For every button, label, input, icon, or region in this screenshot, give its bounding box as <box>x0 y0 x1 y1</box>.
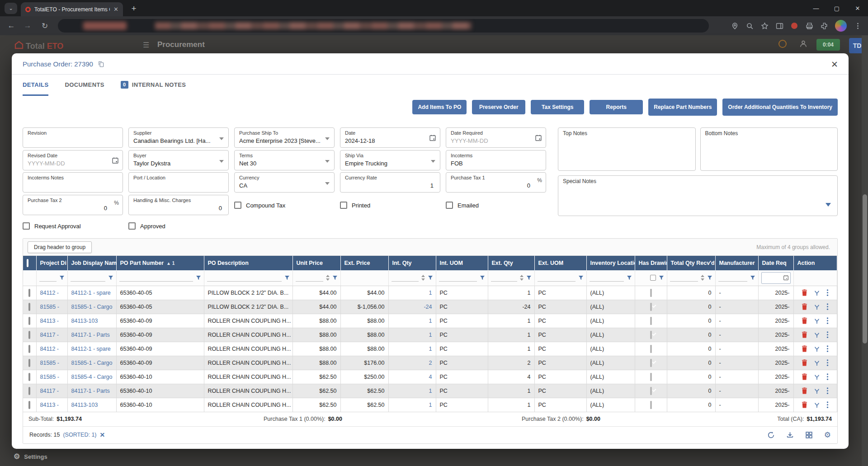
window-maximize-button[interactable]: ▢ <box>826 0 847 16</box>
project-link[interactable]: 84117 - <box>36 384 67 398</box>
job-link[interactable]: 84117-1 - Parts <box>67 328 116 342</box>
purchase-tax-2-field[interactable]: Purchase Tax 20 % <box>23 195 123 215</box>
row-checkbox[interactable] <box>28 359 30 367</box>
delete-row-icon[interactable] <box>802 317 807 324</box>
emailed-checkbox[interactable]: Emailed <box>446 202 546 209</box>
project-link[interactable]: 84112 - <box>36 342 67 356</box>
project-link[interactable]: 84113 - <box>36 314 67 328</box>
split-item-icon[interactable] <box>814 304 820 310</box>
filter-icon[interactable] <box>332 275 338 280</box>
tax-settings-button[interactable]: Tax Settings <box>531 100 584 114</box>
delete-row-icon[interactable] <box>802 373 807 380</box>
filter-icon[interactable] <box>707 275 712 280</box>
split-item-icon[interactable] <box>814 402 820 408</box>
scrollbar-thumb[interactable] <box>863 194 867 344</box>
filter-icon[interactable] <box>284 275 290 280</box>
drag-header-to-group-chip[interactable]: Drag header to group <box>28 241 92 253</box>
col-po-description[interactable]: PO Description <box>204 256 292 270</box>
bookmark-star-icon[interactable] <box>760 22 769 30</box>
table-row[interactable]: 81585 - 81585-4 - Cargo 65360-40-10 ROLL… <box>23 370 837 384</box>
split-item-icon[interactable] <box>814 290 820 296</box>
int-qty-link[interactable]: 1 <box>388 286 436 300</box>
date-filter-input[interactable] <box>761 272 791 284</box>
table-row[interactable]: 84117 - 84117-1 - Parts 65360-40-10 ROLL… <box>23 384 837 398</box>
delete-row-icon[interactable] <box>802 331 807 338</box>
supplier-select[interactable]: SupplierCanadian Bearings Ltd. [Ha... <box>128 127 229 148</box>
top-notes-textarea[interactable]: Top Notes <box>558 127 696 171</box>
int-qty-link[interactable]: 1 <box>388 314 436 328</box>
row-checkbox[interactable] <box>28 303 30 311</box>
col-ext-qty[interactable]: Ext. Qty <box>488 256 534 270</box>
copy-icon[interactable] <box>98 61 104 67</box>
row-checkbox[interactable] <box>28 401 30 409</box>
tab-documents[interactable]: DOCUMENTS <box>65 75 104 96</box>
int-qty-link[interactable]: 1 <box>388 398 436 412</box>
filter-icon[interactable] <box>750 275 755 280</box>
page-scrollbar[interactable] <box>862 35 868 466</box>
location-pin-icon[interactable] <box>731 22 739 30</box>
select-all-header[interactable] <box>23 256 36 270</box>
split-item-icon[interactable] <box>814 360 820 366</box>
browser-tab[interactable]: TotalETO - Procurement Items C ✕ <box>21 2 123 16</box>
job-link[interactable]: 84112-1 - spare <box>67 342 116 356</box>
row-menu-kebab-icon[interactable] <box>826 303 829 310</box>
col-has-drawing[interactable]: Has Drawin <box>635 256 667 270</box>
col-date-required[interactable]: Date Req <box>758 256 793 270</box>
delete-row-icon[interactable] <box>802 359 807 366</box>
project-link[interactable]: 81585 - <box>36 370 67 384</box>
buyer-select[interactable]: BuyerTaylor Dykstra <box>128 150 229 170</box>
export-download-icon[interactable] <box>786 431 794 439</box>
col-project[interactable]: Project Di <box>36 256 67 270</box>
add-items-to-po-button[interactable]: Add Items To PO <box>412 100 467 114</box>
row-menu-kebab-icon[interactable] <box>826 317 829 324</box>
row-checkbox[interactable] <box>28 345 30 353</box>
table-row[interactable]: 84113 - 84113-103 65360-40-10 ROLLER CHA… <box>23 398 837 412</box>
row-menu-kebab-icon[interactable] <box>826 373 829 380</box>
column-chooser-icon[interactable] <box>805 431 813 439</box>
compound-tax-checkbox[interactable]: Compound Tax <box>234 202 335 209</box>
recording-extension-icon[interactable] <box>790 22 798 30</box>
preserve-order-button[interactable]: Preserve Order <box>472 100 525 114</box>
calendar-icon[interactable] <box>535 134 542 141</box>
job-link[interactable]: 81585-1 - Cargo <box>67 356 116 370</box>
delete-row-icon[interactable] <box>802 289 807 296</box>
col-ext-uom[interactable]: Ext. UOM <box>534 256 586 270</box>
incoterms-field[interactable]: IncotermsFOB <box>446 150 546 170</box>
col-int-qty[interactable]: Int. Qty <box>388 256 436 270</box>
purchase-ship-to-select[interactable]: Purchase Ship ToAcme Enterprise 2023 [St… <box>234 127 335 148</box>
terms-select[interactable]: TermsNet 30 <box>234 150 335 170</box>
calendar-icon[interactable] <box>429 134 436 141</box>
back-icon[interactable]: ← <box>6 21 16 31</box>
filter-checkbox[interactable] <box>650 275 656 281</box>
filter-icon[interactable] <box>59 275 65 280</box>
tab-internal-notes[interactable]: 0 INTERNAL NOTES <box>121 75 186 96</box>
filter-icon[interactable] <box>480 275 485 280</box>
int-qty-link[interactable]: 1 <box>388 342 436 356</box>
print-extension-icon[interactable] <box>805 22 813 30</box>
int-qty-link[interactable]: 1 <box>388 384 436 398</box>
job-link[interactable]: 84117-1 - Parts <box>67 384 116 398</box>
refresh-icon[interactable] <box>767 431 775 439</box>
col-inventory-location[interactable]: Inventory Locatio <box>586 256 635 270</box>
job-link[interactable]: 81585-4 - Cargo <box>67 370 116 384</box>
clear-sort-icon[interactable]: ✕ <box>100 431 105 438</box>
currency-rate-field[interactable]: Currency Rate1 <box>340 172 440 193</box>
row-checkbox[interactable] <box>28 373 30 381</box>
job-link[interactable]: 84113-103 <box>67 398 116 412</box>
currency-select[interactable]: CurrencyCA <box>234 172 335 193</box>
row-menu-kebab-icon[interactable] <box>826 401 829 408</box>
project-link[interactable]: 84117 - <box>36 328 67 342</box>
expand-chevron-icon[interactable] <box>826 203 831 209</box>
tab-details[interactable]: DETAILS <box>23 75 48 96</box>
side-panel-icon[interactable] <box>775 22 783 30</box>
filter-icon[interactable] <box>428 275 433 280</box>
filter-icon[interactable] <box>108 275 113 280</box>
delete-row-icon[interactable] <box>802 387 807 394</box>
table-row[interactable]: 84112 - 84112-1 - spare 65360-40-05 PILL… <box>23 286 837 300</box>
filter-icon[interactable] <box>659 275 664 280</box>
filter-icon[interactable] <box>627 275 632 280</box>
number-stepper-icon[interactable] <box>326 273 330 282</box>
incoterms-notes-field[interactable]: Incoterms Notes <box>23 172 123 193</box>
filter-icon[interactable] <box>196 275 201 280</box>
job-link[interactable]: 84113-103 <box>67 314 116 328</box>
